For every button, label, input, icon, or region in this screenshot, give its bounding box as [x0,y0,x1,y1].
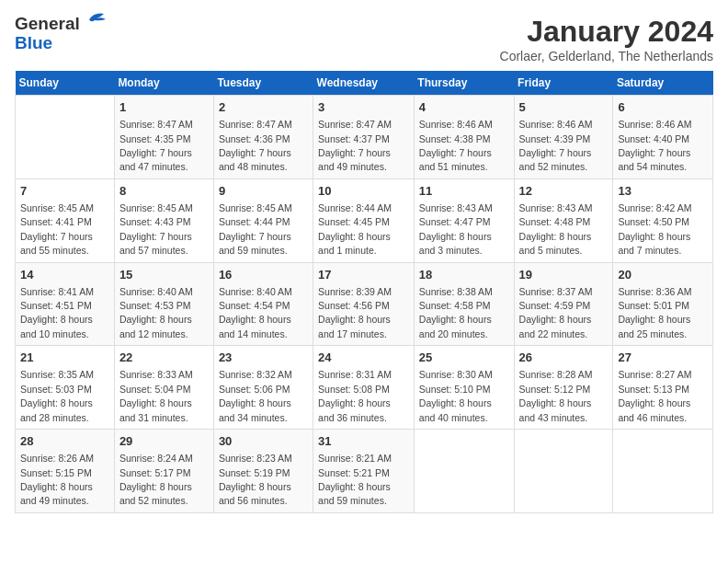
day-number: 22 [119,350,209,366]
calendar-day-9: 9Sunrise: 8:45 AMSunset: 4:44 PMDaylight… [213,178,313,262]
day-number: 29 [119,433,209,450]
day-info: Sunrise: 8:31 AMSunset: 5:08 PMDaylight:… [318,369,392,422]
calendar-day-11: 11Sunrise: 8:43 AMSunset: 4:47 PMDayligh… [414,178,514,262]
day-info: Sunrise: 8:30 AMSunset: 5:10 PMDaylight:… [419,369,493,422]
weekday-header-monday: Monday [114,71,213,96]
calendar-day-empty [514,430,613,513]
day-number: 24 [318,350,409,366]
day-info: Sunrise: 8:45 AMSunset: 4:44 PMDaylight:… [219,202,292,256]
day-number: 7 [20,183,109,200]
day-number: 6 [618,99,708,116]
day-info: Sunrise: 8:35 AMSunset: 5:03 PMDaylight:… [20,369,94,422]
month-title: January 2024 [500,15,713,49]
day-info: Sunrise: 8:36 AMSunset: 5:01 PMDaylight:… [618,286,691,339]
calendar-week-row: 28Sunrise: 8:26 AMSunset: 5:15 PMDayligh… [16,430,713,513]
day-number: 15 [119,267,209,283]
weekday-header-friday: Friday [514,71,613,96]
calendar-day-14: 14Sunrise: 8:41 AMSunset: 4:51 PMDayligh… [16,262,115,346]
calendar-week-row: 21Sunrise: 8:35 AMSunset: 5:03 PMDayligh… [16,346,713,430]
day-number: 13 [618,183,708,200]
calendar-day-18: 18Sunrise: 8:38 AMSunset: 4:58 PMDayligh… [414,262,514,346]
day-number: 17 [318,267,409,283]
calendar-day-2: 2Sunrise: 8:47 AMSunset: 4:36 PMDaylight… [213,96,313,179]
calendar-day-31: 31Sunrise: 8:21 AMSunset: 5:21 PMDayligh… [313,430,415,513]
day-info: Sunrise: 8:42 AMSunset: 4:50 PMDaylight:… [618,202,691,256]
calendar-day-3: 3Sunrise: 8:47 AMSunset: 4:37 PMDaylight… [313,96,415,179]
day-number: 3 [318,99,409,116]
calendar-day-17: 17Sunrise: 8:39 AMSunset: 4:56 PMDayligh… [313,262,415,346]
day-info: Sunrise: 8:40 AMSunset: 4:54 PMDaylight:… [219,286,292,339]
calendar-day-6: 6Sunrise: 8:46 AMSunset: 4:40 PMDaylight… [613,96,713,179]
day-number: 30 [219,433,308,450]
day-info: Sunrise: 8:46 AMSunset: 4:40 PMDaylight:… [618,119,691,172]
calendar-day-7: 7Sunrise: 8:45 AMSunset: 4:41 PMDaylight… [16,178,115,262]
calendar-day-12: 12Sunrise: 8:43 AMSunset: 4:48 PMDayligh… [514,178,613,262]
day-info: Sunrise: 8:21 AMSunset: 5:21 PMDaylight:… [318,453,392,506]
calendar-day-15: 15Sunrise: 8:40 AMSunset: 4:53 PMDayligh… [114,262,213,346]
calendar-week-row: 1Sunrise: 8:47 AMSunset: 4:35 PMDaylight… [16,96,713,179]
calendar-day-30: 30Sunrise: 8:23 AMSunset: 5:19 PMDayligh… [213,430,313,513]
calendar-day-16: 16Sunrise: 8:40 AMSunset: 4:54 PMDayligh… [213,262,313,346]
day-info: Sunrise: 8:45 AMSunset: 4:41 PMDaylight:… [20,202,94,256]
logo: General Blue [15,15,108,53]
day-info: Sunrise: 8:41 AMSunset: 4:51 PMDaylight:… [20,286,94,339]
day-info: Sunrise: 8:27 AMSunset: 5:13 PMDaylight:… [618,369,691,422]
day-info: Sunrise: 8:39 AMSunset: 4:56 PMDaylight:… [318,286,392,339]
calendar-week-row: 14Sunrise: 8:41 AMSunset: 4:51 PMDayligh… [16,262,713,346]
calendar-day-13: 13Sunrise: 8:42 AMSunset: 4:50 PMDayligh… [613,178,713,262]
day-number: 18 [419,267,509,283]
weekday-header-saturday: Saturday [613,71,713,96]
calendar-day-1: 1Sunrise: 8:47 AMSunset: 4:35 PMDaylight… [114,96,213,179]
day-info: Sunrise: 8:46 AMSunset: 4:38 PMDaylight:… [419,119,493,172]
calendar-day-8: 8Sunrise: 8:45 AMSunset: 4:43 PMDaylight… [114,178,213,262]
day-info: Sunrise: 8:47 AMSunset: 4:35 PMDaylight:… [119,119,193,172]
day-number: 20 [618,267,708,283]
calendar-day-20: 20Sunrise: 8:36 AMSunset: 5:01 PMDayligh… [613,262,713,346]
day-number: 23 [219,350,308,366]
calendar-day-28: 28Sunrise: 8:26 AMSunset: 5:15 PMDayligh… [16,430,115,513]
day-number: 2 [219,99,308,116]
logo-general: General [15,15,80,34]
day-info: Sunrise: 8:28 AMSunset: 5:12 PMDaylight:… [519,369,593,422]
calendar-day-19: 19Sunrise: 8:37 AMSunset: 4:59 PMDayligh… [514,262,613,346]
day-info: Sunrise: 8:37 AMSunset: 4:59 PMDaylight:… [519,286,593,339]
day-number: 19 [519,267,609,283]
day-info: Sunrise: 8:23 AMSunset: 5:19 PMDaylight:… [219,453,292,506]
day-number: 27 [618,350,708,366]
day-info: Sunrise: 8:43 AMSunset: 4:48 PMDaylight:… [519,202,593,256]
day-number: 31 [318,433,409,450]
day-number: 14 [20,267,109,283]
day-number: 4 [419,99,509,116]
calendar-day-21: 21Sunrise: 8:35 AMSunset: 5:03 PMDayligh… [16,346,115,430]
logo-bird-icon [82,10,108,30]
calendar-day-27: 27Sunrise: 8:27 AMSunset: 5:13 PMDayligh… [613,346,713,430]
day-info: Sunrise: 8:40 AMSunset: 4:53 PMDaylight:… [119,286,193,339]
calendar-day-26: 26Sunrise: 8:28 AMSunset: 5:12 PMDayligh… [514,346,613,430]
calendar-day-24: 24Sunrise: 8:31 AMSunset: 5:08 PMDayligh… [313,346,415,430]
day-info: Sunrise: 8:26 AMSunset: 5:15 PMDaylight:… [20,453,94,506]
day-number: 25 [419,350,509,366]
day-number: 28 [20,433,109,450]
page-header: General Blue January 2024 Corlaer, Gelde… [15,15,713,63]
day-info: Sunrise: 8:47 AMSunset: 4:36 PMDaylight:… [219,119,292,172]
day-info: Sunrise: 8:43 AMSunset: 4:47 PMDaylight:… [419,202,493,256]
weekday-header-tuesday: Tuesday [213,71,313,96]
day-number: 12 [519,183,609,200]
day-number: 9 [219,183,308,200]
calendar-day-25: 25Sunrise: 8:30 AMSunset: 5:10 PMDayligh… [414,346,514,430]
day-number: 26 [519,350,609,366]
weekday-header-row: SundayMondayTuesdayWednesdayThursdayFrid… [16,71,713,96]
day-info: Sunrise: 8:46 AMSunset: 4:39 PMDaylight:… [519,119,593,172]
day-info: Sunrise: 8:47 AMSunset: 4:37 PMDaylight:… [318,119,392,172]
day-info: Sunrise: 8:24 AMSunset: 5:17 PMDaylight:… [119,453,193,506]
calendar-day-empty [16,96,115,179]
weekday-header-wednesday: Wednesday [313,71,415,96]
calendar-day-22: 22Sunrise: 8:33 AMSunset: 5:04 PMDayligh… [114,346,213,430]
calendar-table: SundayMondayTuesdayWednesdayThursdayFrid… [15,71,713,513]
day-info: Sunrise: 8:33 AMSunset: 5:04 PMDaylight:… [119,369,193,422]
calendar-day-empty [414,430,514,513]
day-number: 1 [119,99,209,116]
day-info: Sunrise: 8:44 AMSunset: 4:45 PMDaylight:… [318,202,392,256]
weekday-header-thursday: Thursday [414,71,514,96]
day-info: Sunrise: 8:32 AMSunset: 5:06 PMDaylight:… [219,369,292,422]
